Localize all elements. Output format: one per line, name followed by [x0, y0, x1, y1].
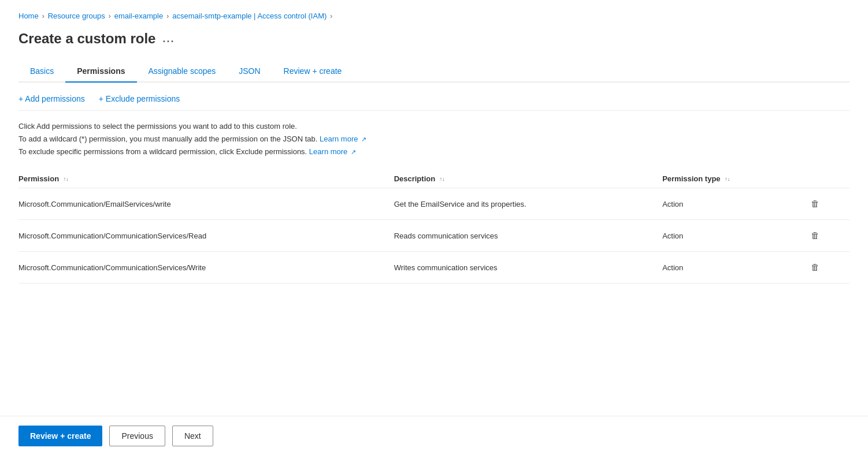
table-row: Microsoft.Communication/EmailServices/wr…	[18, 188, 850, 220]
trash-icon	[811, 262, 819, 273]
cell-type: Action	[662, 252, 806, 284]
cell-delete	[806, 188, 850, 220]
sort-description-icon[interactable]: ↑↓	[440, 177, 445, 182]
cell-delete	[806, 220, 850, 252]
review-create-button[interactable]: Review + create	[18, 426, 102, 446]
tab-json[interactable]: JSON	[227, 61, 272, 83]
exclude-permissions-link[interactable]: + Exclude permissions	[99, 94, 180, 103]
cell-description: Writes communication services	[394, 252, 663, 284]
breadcrumb-iam[interactable]: acsemail-smtp-example | Access control (…	[172, 12, 327, 20]
info-text: Click Add permissions to select the perm…	[18, 120, 850, 158]
sort-type-icon[interactable]: ↑↓	[725, 177, 730, 182]
breadcrumb: Home › Resource groups › email-example ›…	[18, 12, 850, 20]
breadcrumb-sep-4: ›	[330, 12, 332, 20]
breadcrumb-sep-2: ›	[109, 12, 111, 20]
table-row: Microsoft.Communication/CommunicationSer…	[18, 252, 850, 284]
cell-permission: Microsoft.Communication/EmailServices/wr…	[18, 188, 394, 220]
sort-permission-icon[interactable]: ↑↓	[64, 177, 69, 182]
col-description[interactable]: Description ↑↓	[394, 170, 663, 188]
trash-icon	[811, 199, 819, 209]
bottom-bar: Review + create Previous Next	[0, 416, 868, 455]
tab-assignable-scopes[interactable]: Assignable scopes	[137, 61, 228, 83]
cell-permission: Microsoft.Communication/CommunicationSer…	[18, 252, 394, 284]
tab-review-create[interactable]: Review + create	[272, 61, 354, 83]
cell-type: Action	[662, 220, 806, 252]
breadcrumb-home[interactable]: Home	[18, 12, 39, 20]
tab-basics[interactable]: Basics	[18, 61, 65, 83]
cell-type: Action	[662, 188, 806, 220]
cell-delete	[806, 252, 850, 284]
info-line1: Click Add permissions to select the perm…	[18, 120, 850, 133]
content-area: + Add permissions + Exclude permissions …	[18, 83, 850, 383]
add-permissions-link[interactable]: + Add permissions	[18, 94, 85, 103]
action-row: + Add permissions + Exclude permissions	[18, 94, 850, 111]
page-title: Create a custom role ...	[18, 31, 850, 47]
tab-permissions[interactable]: Permissions	[65, 61, 136, 83]
breadcrumb-sep-3: ›	[166, 12, 169, 20]
cell-permission: Microsoft.Communication/CommunicationSer…	[18, 220, 394, 252]
previous-button[interactable]: Previous	[109, 426, 165, 446]
page-title-menu[interactable]: ...	[162, 33, 175, 45]
trash-icon	[811, 230, 819, 241]
permissions-table: Permission ↑↓ Description ↑↓ Permission …	[18, 170, 850, 284]
col-permission[interactable]: Permission ↑↓	[18, 170, 394, 188]
next-button[interactable]: Next	[172, 426, 213, 446]
info-line3: To exclude specific permissions from a w…	[18, 146, 850, 158]
col-actions	[806, 170, 850, 188]
delete-row-button[interactable]	[806, 260, 824, 275]
cell-description: Reads communication services	[394, 220, 663, 252]
breadcrumb-resource-groups[interactable]: Resource groups	[48, 12, 105, 20]
delete-row-button[interactable]	[806, 228, 824, 243]
delete-row-button[interactable]	[806, 196, 824, 211]
learn-more-exclude-link[interactable]: Learn more ↗	[309, 147, 356, 156]
breadcrumb-sep-1: ›	[42, 12, 44, 20]
cell-description: Get the EmailService and its properties.	[394, 188, 663, 220]
tab-bar: Basics Permissions Assignable scopes JSO…	[18, 61, 850, 83]
info-line2: To add a wildcard (*) permission, you mu…	[18, 133, 850, 146]
breadcrumb-email-example[interactable]: email-example	[114, 12, 164, 20]
col-permission-type[interactable]: Permission type ↑↓	[662, 170, 806, 188]
table-row: Microsoft.Communication/CommunicationSer…	[18, 220, 850, 252]
learn-more-json-link[interactable]: Learn more ↗	[320, 135, 366, 143]
